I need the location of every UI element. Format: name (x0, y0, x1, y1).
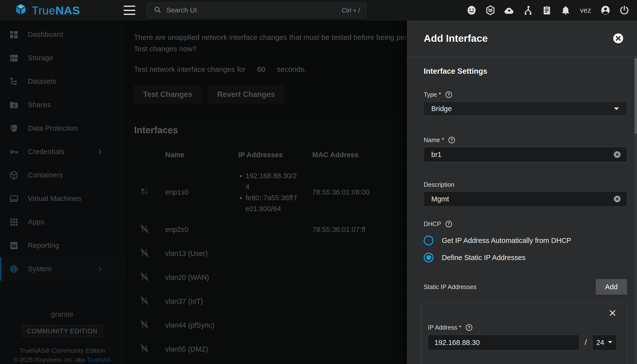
help-icon[interactable]: ? (448, 136, 455, 144)
modal-overlay[interactable] (0, 20, 407, 364)
tasks-icon[interactable] (541, 5, 552, 16)
brand-text: TrueNAS (32, 4, 80, 17)
dhcp-label: DHCP (424, 220, 441, 228)
ip-address-field[interactable] (434, 338, 573, 347)
static-ip-section-label: Static IP Addresses (424, 284, 476, 290)
search-icon (153, 5, 162, 15)
type-select[interactable]: Bridge (424, 102, 627, 116)
top-bar: TrueNAS Ctrl + / (0, 0, 637, 20)
add-interface-panel: Add Interface Interface Settings Type * … (407, 20, 637, 364)
cidr-separator: / (585, 338, 587, 347)
jobs-icon[interactable] (523, 5, 533, 16)
panel-scrollbar[interactable] (634, 57, 637, 364)
truenas-connect-icon[interactable] (504, 5, 515, 16)
panel-body: Interface Settings Type * ? Bridge Name … (407, 57, 637, 364)
chevron-down-icon (613, 107, 619, 110)
svg-text:?: ? (447, 92, 450, 97)
static-ip-radio-label: Define Static IP Addresses (442, 254, 526, 262)
name-field[interactable] (431, 151, 613, 159)
search-bar[interactable]: Ctrl + / (147, 3, 367, 18)
description-field[interactable] (431, 195, 613, 203)
feedback-icon[interactable] (466, 5, 477, 16)
dhcp-radio-label: Get IP Address Automatically from DHCP (442, 236, 571, 244)
name-label: Name * (424, 136, 444, 144)
clear-icon[interactable] (613, 195, 621, 203)
svg-text:?: ? (451, 138, 453, 142)
panel-title: Add Interface (424, 33, 488, 44)
clear-icon[interactable] (613, 150, 621, 159)
help-icon[interactable]: ? (445, 91, 453, 98)
section-title: Interface Settings (424, 67, 627, 76)
static-ip-radio[interactable]: Define Static IP Addresses (424, 253, 627, 262)
help-icon[interactable]: ? (465, 324, 473, 331)
description-label: Description (424, 181, 454, 188)
search-shortcut: Ctrl + / (342, 7, 360, 14)
svg-text:?: ? (468, 325, 470, 330)
menu-icon[interactable] (124, 6, 135, 15)
truecommand-icon[interactable] (485, 5, 496, 16)
user-avatar-icon[interactable] (600, 5, 611, 16)
help-icon[interactable]: ? (445, 220, 453, 228)
truenas-logo[interactable]: TrueNAS (14, 3, 117, 17)
power-icon[interactable] (619, 5, 630, 16)
chevron-down-icon (608, 340, 612, 345)
ip-address-field-wrap (428, 335, 579, 350)
notifications-icon[interactable] (560, 5, 571, 16)
radio-checked-icon (424, 253, 433, 262)
radio-unchecked-icon (424, 236, 433, 245)
description-field-wrap (424, 192, 627, 206)
panel-scrollbar-thumb[interactable] (634, 58, 637, 134)
type-select-value: Bridge (431, 105, 452, 113)
dhcp-radio[interactable]: Get IP Address Automatically from DHCP (424, 236, 627, 245)
add-ip-button[interactable]: Add (596, 279, 627, 295)
type-label: Type * (424, 91, 441, 98)
netmask-select[interactable]: 24 (592, 335, 617, 350)
remove-ip-icon[interactable] (608, 308, 617, 317)
close-icon[interactable] (612, 33, 624, 44)
name-field-wrap (424, 147, 627, 162)
svg-text:?: ? (447, 222, 450, 226)
username-label: vez (580, 6, 591, 14)
truenas-logo-icon (14, 3, 27, 17)
search-input[interactable] (166, 6, 338, 14)
static-ip-entry-card: IP Address * ? / 24 (421, 302, 627, 364)
netmask-value: 24 (596, 338, 604, 347)
ip-address-label: IP Address * (428, 324, 461, 331)
